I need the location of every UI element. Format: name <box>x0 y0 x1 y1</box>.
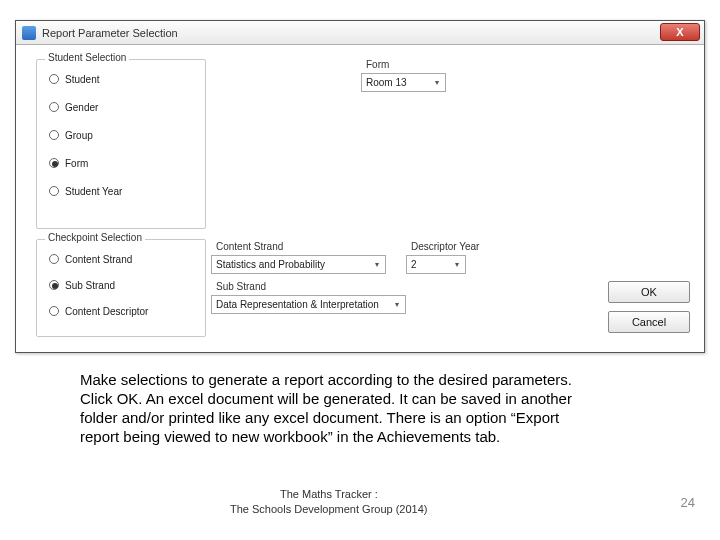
dialog-body: Student Selection Student Gender Group <box>16 45 704 352</box>
groupbox-legend: Student Selection <box>45 52 129 63</box>
chevron-down-icon: ▾ <box>449 256 465 273</box>
descriptor-year-label: Descriptor Year <box>411 241 479 252</box>
chevron-down-icon: ▾ <box>369 256 385 273</box>
dialog-window: Report Parameter Selection X Student Sel… <box>15 20 705 353</box>
dialog-title: Report Parameter Selection <box>42 27 178 39</box>
radio-content-descriptor[interactable]: Content Descriptor <box>47 302 197 320</box>
sub-strand-combo[interactable]: Data Representation & Interpretation ▾ <box>211 295 406 314</box>
radio-content-strand[interactable]: Content Strand <box>47 250 197 268</box>
titlebar: Report Parameter Selection X <box>16 21 704 45</box>
footer-line-2: The Schools Development Group (2014) <box>230 503 428 515</box>
content-strand-value: Statistics and Probability <box>216 259 325 270</box>
radio-gender[interactable]: Gender <box>47 98 197 116</box>
content-strand-combo[interactable]: Statistics and Probability ▾ <box>211 255 386 274</box>
radio-student-year[interactable]: Student Year <box>47 182 197 200</box>
radio-mark <box>49 102 59 112</box>
ok-button-label: OK <box>641 286 657 298</box>
radio-mark <box>49 158 59 168</box>
cancel-button-label: Cancel <box>632 316 666 328</box>
ok-button[interactable]: OK <box>608 281 690 303</box>
close-icon: X <box>676 26 683 38</box>
radio-mark <box>49 186 59 196</box>
radio-label: Student Year <box>65 186 122 197</box>
page-number: 24 <box>681 495 695 510</box>
slide: Report Parameter Selection X Student Sel… <box>0 0 720 540</box>
radio-label: Content Strand <box>65 254 132 265</box>
radio-mark <box>49 130 59 140</box>
radio-label: Group <box>65 130 93 141</box>
radio-student[interactable]: Student <box>47 70 197 88</box>
form-combo[interactable]: Room 13 ▾ <box>361 73 446 92</box>
groupbox-student-selection: Student Selection Student Gender Group <box>36 59 206 229</box>
instruction-text: Make selections to generate a report acc… <box>80 370 580 446</box>
groupbox-legend: Checkpoint Selection <box>45 232 145 243</box>
radio-sub-strand[interactable]: Sub Strand <box>47 276 197 294</box>
radio-mark <box>49 254 59 264</box>
groupbox-checkpoint-selection: Checkpoint Selection Content Strand Sub … <box>36 239 206 337</box>
radio-label: Form <box>65 158 88 169</box>
sub-strand-value: Data Representation & Interpretation <box>216 299 379 310</box>
radio-label: Sub Strand <box>65 280 115 291</box>
radio-mark <box>49 306 59 316</box>
radio-label: Content Descriptor <box>65 306 148 317</box>
radio-group[interactable]: Group <box>47 126 197 144</box>
descriptor-year-value: 2 <box>411 259 417 270</box>
chevron-down-icon: ▾ <box>389 296 405 313</box>
chevron-down-icon: ▾ <box>429 74 445 91</box>
radio-mark <box>49 280 59 290</box>
descriptor-year-combo[interactable]: 2 ▾ <box>406 255 466 274</box>
close-button[interactable]: X <box>660 23 700 41</box>
form-field-label: Form <box>366 59 389 70</box>
content-strand-label: Content Strand <box>216 241 283 252</box>
footer-line-1: The Maths Tracker : <box>280 488 378 500</box>
radio-mark <box>49 74 59 84</box>
radio-form[interactable]: Form <box>47 154 197 172</box>
app-icon <box>22 26 36 40</box>
form-combo-value: Room 13 <box>366 77 407 88</box>
cancel-button[interactable]: Cancel <box>608 311 690 333</box>
sub-strand-label: Sub Strand <box>216 281 266 292</box>
radio-label: Student <box>65 74 99 85</box>
radio-label: Gender <box>65 102 98 113</box>
